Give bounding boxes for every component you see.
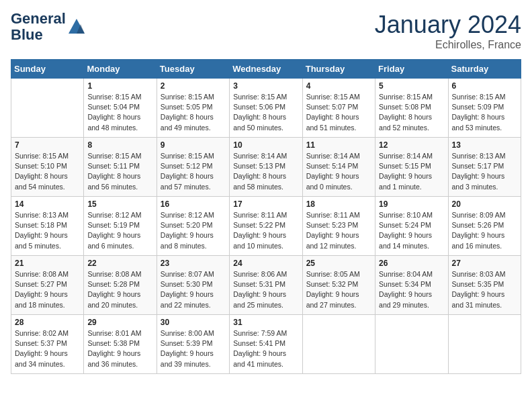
calendar-cell: 29Sunrise: 8:01 AMSunset: 5:38 PMDayligh… [84,315,157,374]
day-info: Sunrise: 8:06 AMSunset: 5:31 PMDaylight:… [233,269,298,310]
day-info: Sunrise: 8:08 AMSunset: 5:27 PMDaylight:… [15,269,80,310]
calendar-table: SundayMondayTuesdayWednesdayThursdayFrid… [11,59,521,374]
day-info: Sunrise: 8:15 AMSunset: 5:06 PMDaylight:… [233,92,298,133]
day-number: 21 [15,259,80,268]
day-info: Sunrise: 8:15 AMSunset: 5:09 PMDaylight:… [452,92,517,133]
day-number: 11 [306,140,371,150]
calendar-week-row: 14Sunrise: 8:13 AMSunset: 5:18 PMDayligh… [11,197,521,256]
location-title: Echirolles, France [375,39,521,51]
title-block: January 2024 Echirolles, France [375,11,521,51]
calendar-cell: 9Sunrise: 8:15 AMSunset: 5:12 PMDaylight… [157,138,229,197]
calendar-cell: 27Sunrise: 8:03 AMSunset: 5:35 PMDayligh… [448,256,521,315]
day-info: Sunrise: 8:15 AMSunset: 5:11 PMDaylight:… [87,151,152,192]
day-info: Sunrise: 8:09 AMSunset: 5:26 PMDaylight:… [452,210,517,251]
calendar-cell: 10Sunrise: 8:14 AMSunset: 5:13 PMDayligh… [230,138,302,197]
calendar-cell: 19Sunrise: 8:10 AMSunset: 5:24 PMDayligh… [375,197,448,256]
day-number: 8 [87,140,152,150]
day-number: 27 [452,259,517,268]
day-number: 2 [161,81,226,91]
calendar-header-row: SundayMondayTuesdayWednesdayThursdayFrid… [11,60,521,79]
day-info: Sunrise: 8:02 AMSunset: 5:37 PMDaylight:… [15,328,80,369]
day-number: 18 [306,199,371,209]
day-number: 22 [87,259,152,268]
calendar-cell: 25Sunrise: 8:05 AMSunset: 5:32 PMDayligh… [302,256,375,315]
day-info: Sunrise: 8:12 AMSunset: 5:19 PMDaylight:… [87,210,152,251]
weekday-header: Thursday [302,60,375,79]
calendar-week-row: 21Sunrise: 8:08 AMSunset: 5:27 PMDayligh… [11,256,521,315]
calendar-cell: 1Sunrise: 8:15 AMSunset: 5:04 PMDaylight… [84,79,157,138]
calendar-cell [448,315,521,374]
calendar-body: 1Sunrise: 8:15 AMSunset: 5:04 PMDaylight… [11,79,521,374]
day-number: 13 [452,140,517,150]
day-info: Sunrise: 8:13 AMSunset: 5:18 PMDaylight:… [15,210,80,251]
day-info: Sunrise: 8:14 AMSunset: 5:15 PMDaylight:… [379,151,444,192]
day-number: 10 [233,140,298,150]
calendar-cell: 21Sunrise: 8:08 AMSunset: 5:27 PMDayligh… [11,256,84,315]
calendar-cell: 31Sunrise: 7:59 AMSunset: 5:41 PMDayligh… [230,315,302,374]
day-number: 4 [306,81,371,91]
weekday-header: Tuesday [157,60,229,79]
day-number: 9 [161,140,226,150]
weekday-header: Sunday [11,60,84,79]
day-info: Sunrise: 7:59 AMSunset: 5:41 PMDaylight:… [233,328,298,369]
day-number: 28 [15,318,80,327]
day-number: 19 [379,199,444,209]
day-info: Sunrise: 8:15 AMSunset: 5:10 PMDaylight:… [15,151,80,192]
day-number: 24 [233,259,298,268]
day-number: 5 [379,81,444,91]
calendar-cell [375,315,448,374]
day-number: 23 [161,259,226,268]
day-number: 12 [379,140,444,150]
logo-text: GeneralBlue [11,11,66,43]
day-number: 14 [15,199,80,209]
weekday-header: Friday [375,60,448,79]
calendar-cell: 2Sunrise: 8:15 AMSunset: 5:05 PMDaylight… [157,79,229,138]
day-info: Sunrise: 8:15 AMSunset: 5:07 PMDaylight:… [306,92,371,133]
day-info: Sunrise: 8:10 AMSunset: 5:24 PMDaylight:… [379,210,444,251]
day-number: 30 [161,318,226,327]
calendar-cell: 14Sunrise: 8:13 AMSunset: 5:18 PMDayligh… [11,197,84,256]
day-info: Sunrise: 8:03 AMSunset: 5:35 PMDaylight:… [452,269,517,310]
day-number: 16 [161,199,226,209]
day-info: Sunrise: 8:14 AMSunset: 5:14 PMDaylight:… [306,151,371,192]
day-info: Sunrise: 8:05 AMSunset: 5:32 PMDaylight:… [306,269,371,310]
day-number: 1 [87,81,152,91]
day-info: Sunrise: 8:15 AMSunset: 5:05 PMDaylight:… [161,92,226,133]
calendar-cell: 23Sunrise: 8:07 AMSunset: 5:30 PMDayligh… [157,256,229,315]
calendar-cell: 8Sunrise: 8:15 AMSunset: 5:11 PMDaylight… [84,138,157,197]
calendar-cell: 17Sunrise: 8:11 AMSunset: 5:22 PMDayligh… [230,197,302,256]
calendar-cell [302,315,375,374]
logo: GeneralBlue [11,11,86,43]
page-header: GeneralBlue January 2024 Echirolles, Fra… [11,11,521,51]
weekday-header: Monday [84,60,157,79]
month-title: January 2024 [375,11,521,39]
day-number: 3 [233,81,298,91]
calendar-cell: 6Sunrise: 8:15 AMSunset: 5:09 PMDaylight… [448,79,521,138]
calendar-cell: 28Sunrise: 8:02 AMSunset: 5:37 PMDayligh… [11,315,84,374]
calendar-cell: 5Sunrise: 8:15 AMSunset: 5:08 PMDaylight… [375,79,448,138]
day-info: Sunrise: 8:15 AMSunset: 5:12 PMDaylight:… [161,151,226,192]
day-number: 31 [233,318,298,327]
day-info: Sunrise: 8:15 AMSunset: 5:08 PMDaylight:… [379,92,444,133]
day-info: Sunrise: 8:13 AMSunset: 5:17 PMDaylight:… [452,151,517,192]
day-number: 15 [87,199,152,209]
logo-icon [67,17,86,36]
calendar-cell: 20Sunrise: 8:09 AMSunset: 5:26 PMDayligh… [448,197,521,256]
calendar-cell: 13Sunrise: 8:13 AMSunset: 5:17 PMDayligh… [448,138,521,197]
day-info: Sunrise: 8:11 AMSunset: 5:23 PMDaylight:… [306,210,371,251]
calendar-cell: 4Sunrise: 8:15 AMSunset: 5:07 PMDaylight… [302,79,375,138]
day-number: 25 [306,259,371,268]
calendar-week-row: 1Sunrise: 8:15 AMSunset: 5:04 PMDaylight… [11,79,521,138]
day-info: Sunrise: 8:08 AMSunset: 5:28 PMDaylight:… [87,269,152,310]
day-info: Sunrise: 8:15 AMSunset: 5:04 PMDaylight:… [87,92,152,133]
calendar-cell [11,79,84,138]
calendar-week-row: 7Sunrise: 8:15 AMSunset: 5:10 PMDaylight… [11,138,521,197]
calendar-cell: 11Sunrise: 8:14 AMSunset: 5:14 PMDayligh… [302,138,375,197]
day-info: Sunrise: 8:01 AMSunset: 5:38 PMDaylight:… [87,328,152,369]
day-info: Sunrise: 8:07 AMSunset: 5:30 PMDaylight:… [161,269,226,310]
day-info: Sunrise: 8:12 AMSunset: 5:20 PMDaylight:… [161,210,226,251]
calendar-cell: 12Sunrise: 8:14 AMSunset: 5:15 PMDayligh… [375,138,448,197]
calendar-cell: 18Sunrise: 8:11 AMSunset: 5:23 PMDayligh… [302,197,375,256]
calendar-cell: 26Sunrise: 8:04 AMSunset: 5:34 PMDayligh… [375,256,448,315]
day-number: 20 [452,199,517,209]
